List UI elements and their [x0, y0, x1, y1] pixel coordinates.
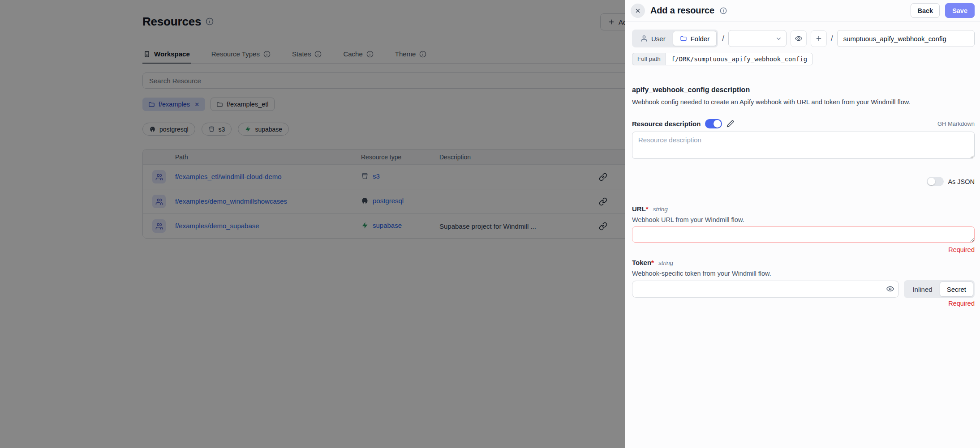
- eye-icon[interactable]: [886, 285, 894, 293]
- user-icon: [640, 35, 648, 42]
- field-url: URL* string Webhook URL from your Windmi…: [632, 205, 975, 253]
- required-error: Required: [632, 300, 975, 307]
- field-token: Token* string Webhook-specific token fro…: [632, 259, 975, 307]
- save-button[interactable]: Save: [945, 3, 975, 18]
- field-name: Token*: [632, 259, 654, 266]
- token-mode-inlined[interactable]: Inlined: [905, 282, 939, 297]
- close-icon: [635, 8, 641, 14]
- field-description: Webhook URL from your Windmill flow.: [632, 216, 975, 223]
- url-input[interactable]: [632, 226, 975, 243]
- eye-icon: [795, 35, 802, 42]
- close-button[interactable]: [631, 4, 645, 18]
- full-path: Full path f/DRK/sumptuous_apify_webhook_…: [632, 53, 813, 65]
- full-path-label: Full path: [632, 53, 666, 65]
- screen: Resources Ad Workspace Resource Types: [0, 0, 980, 448]
- view-folder-button[interactable]: [791, 30, 807, 47]
- resource-description-row: Resource description GH Markdown: [632, 119, 975, 128]
- owner-toggle-folder[interactable]: Folder: [673, 31, 717, 46]
- edit-icon[interactable]: [726, 120, 734, 128]
- token-mode-secret[interactable]: Secret: [940, 282, 973, 297]
- schema-description: Webhook config needed to create an Apify…: [632, 98, 975, 106]
- owner-toggle-label: Folder: [691, 35, 710, 43]
- token-mode-toggle: Inlined Secret: [904, 280, 975, 298]
- folder-select[interactable]: [728, 30, 787, 47]
- owner-toggle-group: User Folder: [632, 30, 718, 47]
- as-json-row: As JSON: [632, 177, 975, 186]
- info-icon[interactable]: [720, 7, 727, 14]
- required-star: *: [646, 205, 649, 213]
- owner-toggle-user[interactable]: User: [633, 31, 673, 46]
- field-type: string: [658, 260, 673, 266]
- drawer-title: Add a resource: [650, 5, 714, 16]
- description-toggle[interactable]: [705, 119, 722, 128]
- resource-description-label: Resource description: [632, 120, 701, 128]
- path-builder: User Folder / /: [632, 30, 975, 47]
- owner-toggle-label: User: [651, 35, 666, 43]
- as-json-toggle[interactable]: [927, 177, 944, 186]
- path-separator: /: [831, 34, 833, 43]
- resource-name-input[interactable]: [837, 30, 975, 47]
- field-type: string: [653, 206, 668, 213]
- drawer-header: Add a resource Back Save: [625, 0, 980, 21]
- as-json-label: As JSON: [948, 178, 975, 185]
- token-input[interactable]: [632, 281, 899, 298]
- field-description: Webhook-specific token from your Windmil…: [632, 270, 975, 277]
- schema-heading: apify_webhook_config description: [632, 86, 975, 94]
- add-resource-drawer: Add a resource Back Save User Folder: [625, 0, 980, 448]
- path-separator: /: [722, 34, 724, 43]
- back-button[interactable]: Back: [911, 3, 940, 18]
- drawer-body: User Folder / /: [625, 21, 980, 307]
- chevron-down-icon: [775, 35, 782, 42]
- field-name: URL*: [632, 205, 649, 213]
- plus-icon: [815, 35, 822, 42]
- add-folder-button[interactable]: [811, 30, 827, 47]
- required-star: *: [651, 259, 654, 266]
- resource-description-textarea[interactable]: [632, 132, 975, 159]
- required-error: Required: [632, 246, 975, 253]
- folder-icon: [680, 35, 687, 42]
- gh-markdown-hint: GH Markdown: [937, 120, 975, 127]
- full-path-value: f/DRK/sumptuous_apify_webhook_config: [666, 53, 813, 65]
